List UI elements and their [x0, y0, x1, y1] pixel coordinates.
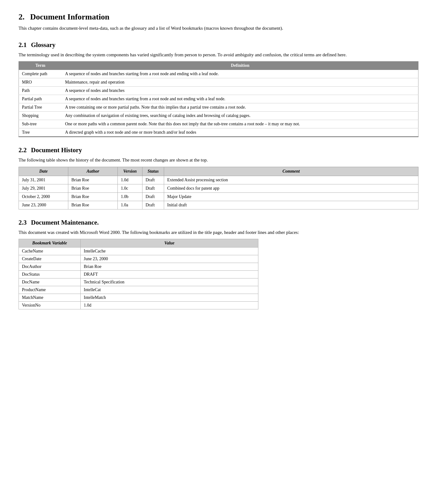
bookmark-row: VersionNo1.0d [19, 302, 258, 309]
glossary-definition: A sequence of nodes and branches startin… [62, 70, 418, 78]
maintenance-heading: Document Maintenance. [31, 219, 99, 226]
history-title: 2.2 Document History [19, 146, 418, 154]
history-cell-author: Brian Roe [68, 192, 118, 201]
bookmark-value: IntelleMatch [81, 294, 258, 302]
glossary-definition: A tree containing one or more partial pa… [62, 103, 418, 112]
glossary-definition: A directed graph with a root node and on… [62, 128, 418, 137]
glossary-number: 2.1 [19, 41, 27, 49]
history-intro: The following table shows the history of… [19, 157, 418, 164]
history-table: Date Author Version Status Comment July … [19, 167, 418, 209]
history-row: October 2, 2000Brian Roe1.0bDraftMajor U… [19, 192, 418, 201]
bookmark-variable: ProductName [19, 286, 81, 294]
history-cell-version: 1.0c [118, 184, 142, 192]
history-number: 2.2 [19, 146, 27, 154]
history-cell-author: Brian Roe [68, 201, 118, 209]
glossary-col-term: Term [19, 62, 62, 70]
history-cell-comment: Extended Assist processing section [164, 176, 418, 184]
history-col-date: Date [19, 167, 68, 176]
bookmark-variable: DocStatus [19, 271, 81, 278]
bookmark-value: IntelleCache [81, 248, 258, 255]
bookmark-row: DocAuthorBrian Roe [19, 263, 258, 271]
bookmark-variable: DocAuthor [19, 263, 81, 271]
history-cell-status: Draft [142, 192, 164, 201]
history-cell-version: 1.0b [118, 192, 142, 201]
glossary-row: MROMaintenance, repair and operation [19, 78, 418, 87]
bookmark-value: Technical Specification [81, 278, 258, 286]
history-cell-status: Draft [142, 184, 164, 192]
bookmark-variable: VersionNo [19, 302, 81, 309]
maintenance-number: 2.3 [19, 219, 27, 226]
glossary-row: Sub-treeOne or more paths with a common … [19, 120, 418, 128]
section-title: 2. Document Information [19, 12, 418, 22]
bookmark-variable: CreateDate [19, 255, 81, 263]
history-row: July 31, 2001Brian Roe1.0dDraftExtended … [19, 176, 418, 184]
history-col-version: Version [118, 167, 142, 176]
history-cell-version: 1.0a [118, 201, 142, 209]
bookmark-value: IntelleCat [81, 286, 258, 294]
history-row: June 23, 2000Brian Roe1.0aDraftInitial d… [19, 201, 418, 209]
glossary-definition: Any combination of navigation of existin… [62, 112, 418, 120]
bookmark-row: DocNameTechnical Specification [19, 278, 258, 286]
bookmark-table: Bookmark Variable Value CacheNameIntelle… [19, 239, 258, 309]
history-cell-status: Draft [142, 201, 164, 209]
glossary-row: Complete pathA sequence of nodes and bra… [19, 70, 418, 78]
bookmark-variable: DocName [19, 278, 81, 286]
glossary-row: ShoppingAny combination of navigation of… [19, 112, 418, 120]
glossary-term: Complete path [19, 70, 62, 78]
glossary-col-definition: Definition [62, 62, 418, 70]
glossary-definition: A sequence of nodes and branches startin… [62, 95, 418, 103]
bookmark-row: ProductNameIntelleCat [19, 286, 258, 294]
glossary-term: Shopping [19, 112, 62, 120]
bookmark-col-variable: Bookmark Variable [19, 239, 81, 248]
history-row: July 29, 2001Brian Roe1.0cDraftCombined … [19, 184, 418, 192]
history-cell-author: Brian Roe [68, 184, 118, 192]
bookmark-value: 1.0d [81, 302, 258, 309]
bookmark-row: CreateDateJune 23, 2000 [19, 255, 258, 263]
bookmark-row: DocStatusDRAFT [19, 271, 258, 278]
section-number: 2. [19, 12, 25, 22]
history-cell-comment: Combined docs for patent app [164, 184, 418, 192]
bookmark-row: MatchNameIntelleMatch [19, 294, 258, 302]
bookmark-variable: CacheName [19, 248, 81, 255]
glossary-row: TreeA directed graph with a root node an… [19, 128, 418, 137]
maintenance-title: 2.3 Document Maintenance. [19, 219, 418, 226]
glossary-row: Partial pathA sequence of nodes and bran… [19, 95, 418, 103]
history-cell-comment: Initial draft [164, 201, 418, 209]
history-col-comment: Comment [164, 167, 418, 176]
glossary-definition: A sequence of nodes and branches [62, 87, 418, 95]
history-cell-date: June 23, 2000 [19, 201, 68, 209]
history-heading: Document History [31, 146, 82, 154]
glossary-term: Tree [19, 128, 62, 137]
history-cell-author: Brian Roe [68, 176, 118, 184]
maintenance-intro: This document was created with Microsoft… [19, 229, 418, 236]
history-col-author: Author [68, 167, 118, 176]
glossary-term: Sub-tree [19, 120, 62, 128]
bookmark-value: June 23, 2000 [81, 255, 258, 263]
glossary-term: MRO [19, 78, 62, 87]
bookmark-value: Brian Roe [81, 263, 258, 271]
glossary-term: Partial path [19, 95, 62, 103]
glossary-term: Path [19, 87, 62, 95]
bookmark-value: DRAFT [81, 271, 258, 278]
history-cell-status: Draft [142, 176, 164, 184]
glossary-heading: Glossary [31, 41, 55, 49]
glossary-row: PathA sequence of nodes and branches [19, 87, 418, 95]
section-heading: Document Information [30, 12, 109, 22]
glossary-title: 2.1 Glossary [19, 41, 418, 49]
glossary-row: Partial TreeA tree containing one or mor… [19, 103, 418, 112]
history-col-status: Status [142, 167, 164, 176]
glossary-definition: Maintenance, repair and operation [62, 78, 418, 87]
section-intro: This chapter contains document-level met… [19, 25, 418, 32]
history-cell-date: October 2, 2000 [19, 192, 68, 201]
glossary-intro: The terminology used in describing the s… [19, 51, 418, 58]
glossary-table: Term Definition Complete pathA sequence … [19, 61, 418, 137]
history-cell-date: July 31, 2001 [19, 176, 68, 184]
bookmark-col-value: Value [81, 239, 258, 248]
history-cell-comment: Major Update [164, 192, 418, 201]
bookmark-variable: MatchName [19, 294, 81, 302]
history-cell-version: 1.0d [118, 176, 142, 184]
glossary-term: Partial Tree [19, 103, 62, 112]
bookmark-row: CacheNameIntelleCache [19, 248, 258, 255]
history-cell-date: July 29, 2001 [19, 184, 68, 192]
glossary-definition: One or more paths with a common parent n… [62, 120, 418, 128]
